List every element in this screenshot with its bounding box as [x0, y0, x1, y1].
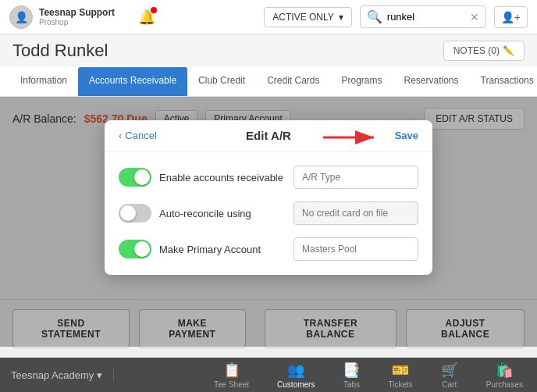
pencil-icon: ✏️	[503, 45, 514, 56]
notification-area[interactable]: 🔔	[138, 9, 155, 26]
search-input[interactable]	[387, 11, 465, 23]
tabs-bar: Information Accounts Receivable Club Cre…	[0, 67, 537, 97]
add-user-icon: 👤+	[501, 11, 521, 23]
chevron-left-icon: ‹	[119, 130, 122, 141]
credit-card-input	[293, 201, 418, 225]
tee-sheet-label: Tee Sheet	[214, 380, 249, 389]
tab-credit-cards[interactable]: Credit Cards	[256, 67, 330, 96]
brand-text: Teesnap Academy	[11, 369, 94, 381]
purchases-icon: 🛍️	[496, 362, 513, 379]
user-name: Teesnap Support	[39, 7, 115, 18]
toggle-knob	[134, 169, 150, 185]
enable-ar-label: Enable accounts receivable	[159, 172, 283, 184]
chevron-down-icon: ▾	[339, 12, 343, 23]
modal-overlay: ‹ Cancel Edit A/R Save	[0, 97, 537, 347]
user-text: Teesnap Support Proshop	[39, 7, 115, 27]
customers-icon: 👥	[287, 362, 304, 379]
toggle-knob	[134, 241, 150, 257]
primary-account-toggle[interactable]	[119, 240, 151, 258]
cart-label: Cart	[442, 380, 457, 389]
avatar: 👤	[9, 5, 33, 29]
tab-accounts-receivable[interactable]: Accounts Receivable	[78, 67, 187, 96]
nav-cart[interactable]: 🛒 Cart	[427, 362, 472, 389]
close-icon[interactable]: ✕	[470, 11, 479, 23]
customers-label: Customers	[277, 380, 315, 389]
primary-account-toggle-group: Make Primary Account	[119, 240, 261, 258]
modal-row-enable-ar: Enable accounts receivable	[119, 166, 418, 189]
modal-header: ‹ Cancel Edit A/R Save	[105, 120, 432, 151]
edit-ar-modal: ‹ Cancel Edit A/R Save	[105, 120, 432, 275]
modal-row-primary-account: Make Primary Account	[119, 237, 418, 261]
auto-reconcile-toggle-group: Auto-reconcile using	[119, 204, 251, 223]
page-title: Todd Runkel	[12, 41, 108, 61]
filter-label: ACTIVE ONLY	[272, 12, 333, 23]
tab-information[interactable]: Information	[9, 67, 78, 96]
tab-programs[interactable]: Programs	[330, 67, 393, 96]
tab-reservations[interactable]: Reservations	[393, 67, 470, 96]
toggle-knob	[120, 205, 136, 221]
add-user-button[interactable]: 👤+	[494, 6, 528, 28]
modal-row-auto-reconcile: Auto-reconcile using	[119, 201, 418, 225]
search-icon: 🔍	[367, 9, 382, 24]
ar-type-input[interactable]	[293, 166, 418, 189]
cart-icon: 🛒	[441, 362, 458, 379]
nav-purchases[interactable]: 🛍️ Purchases	[472, 362, 537, 389]
primary-account-input[interactable]	[293, 237, 418, 261]
purchases-label: Purchases	[486, 380, 523, 389]
chevron-down-icon: ▾	[97, 369, 102, 381]
save-button[interactable]: Save	[395, 130, 418, 141]
filter-dropdown[interactable]: ACTIVE ONLY ▾	[264, 7, 351, 27]
bottom-nav-items: 📋 Tee Sheet 👥 Customers 📑 Tabs 🎫 Tickets…	[200, 362, 537, 389]
auto-reconcile-label: Auto-reconcile using	[159, 208, 251, 219]
nav-tabs[interactable]: 📑 Tabs	[329, 362, 374, 389]
primary-account-label: Make Primary Account	[159, 244, 261, 255]
brand-label[interactable]: Teesnap Academy ▾	[0, 369, 114, 381]
user-info: 👤 Teesnap Support Proshop	[9, 5, 115, 29]
top-bar: 👤 Teesnap Support Proshop 🔔 ACTIVE ONLY …	[0, 0, 537, 34]
notification-dot	[151, 7, 157, 13]
auto-reconcile-toggle[interactable]	[119, 204, 151, 223]
page-title-bar: Todd Runkel NOTES (0) ✏️	[0, 34, 537, 67]
nav-tickets[interactable]: 🎫 Tickets	[374, 362, 426, 389]
modal-body: Enable accounts receivable Auto-reconcil…	[105, 151, 432, 275]
tickets-label: Tickets	[388, 380, 412, 389]
search-bar[interactable]: 🔍 ✕	[360, 5, 486, 28]
content-area: A/R Balance: $562.70 Due Active Primary …	[0, 97, 537, 347]
red-arrow-indicator	[323, 127, 386, 148]
tab-club-credit[interactable]: Club Credit	[187, 67, 256, 96]
nav-customers[interactable]: 👥 Customers	[263, 362, 329, 389]
notes-button[interactable]: NOTES (0) ✏️	[443, 41, 525, 61]
bottom-nav: Teesnap Academy ▾ 📋 Tee Sheet 👥 Customer…	[0, 358, 537, 392]
user-role: Proshop	[39, 18, 115, 27]
cancel-button[interactable]: ‹ Cancel	[119, 130, 157, 141]
modal-title: Edit A/R	[246, 129, 291, 142]
tabs-icon: 📑	[343, 362, 360, 379]
enable-ar-toggle-group: Enable accounts receivable	[119, 168, 283, 187]
nav-tee-sheet[interactable]: 📋 Tee Sheet	[200, 362, 263, 389]
tee-sheet-icon: 📋	[223, 362, 240, 379]
enable-ar-toggle[interactable]	[119, 168, 151, 187]
tickets-icon: 🎫	[392, 362, 409, 379]
tabs-label: Tabs	[343, 380, 360, 389]
tab-transactions[interactable]: Transactions	[470, 67, 537, 96]
notes-label: NOTES (0)	[453, 45, 500, 56]
